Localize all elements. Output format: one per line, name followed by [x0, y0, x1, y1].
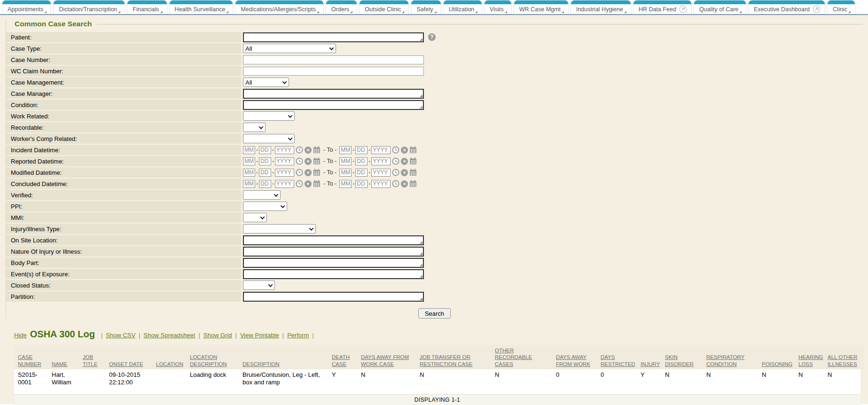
incident-to-day-input[interactable]	[355, 146, 368, 154]
partition-input[interactable]	[243, 292, 424, 302]
hide-link[interactable]: Hide	[14, 332, 27, 339]
ppi-select[interactable]	[243, 202, 287, 211]
patient-input[interactable]	[243, 32, 424, 42]
modified-from-day-input[interactable]	[259, 169, 271, 177]
clock-icon[interactable]	[392, 146, 399, 154]
calendar-icon[interactable]	[409, 146, 417, 154]
clock-icon[interactable]	[296, 157, 303, 165]
external-link-icon[interactable]	[813, 5, 821, 13]
modified-from-year-input[interactable]	[275, 169, 294, 177]
clock-icon[interactable]	[392, 169, 399, 176]
tab-visits[interactable]: Visits	[484, 0, 512, 14]
wc-claim-number-input[interactable]	[243, 67, 424, 76]
case-type-select[interactable]: All	[243, 44, 336, 53]
reported-to-month-input[interactable]	[339, 157, 352, 165]
calendar-icon[interactable]	[313, 146, 321, 154]
modified-to-month-input[interactable]	[339, 169, 352, 177]
column-header-location-description[interactable]: LOCATION DESCRIPTION	[186, 345, 239, 369]
column-header-skin-disorder[interactable]: SKIN DISORDER	[661, 345, 703, 369]
incident-from-month-input[interactable]	[243, 146, 255, 154]
incident-from-day-input[interactable]	[259, 146, 271, 154]
tab-utilization[interactable]: Utilization	[443, 0, 482, 14]
clock-icon[interactable]	[296, 169, 303, 176]
external-link-icon[interactable]	[679, 5, 687, 13]
concluded-from-month-input[interactable]	[243, 180, 255, 188]
tab-industrial-hygiene[interactable]: Industrial Hygiene	[571, 0, 631, 14]
concluded-from-day-input[interactable]	[259, 180, 271, 188]
calendar-icon[interactable]	[313, 169, 321, 176]
column-header-days-away-from-work-case[interactable]: DAYS AWAY FROM WORK CASE	[357, 345, 416, 369]
reported-to-year-input[interactable]	[371, 157, 391, 165]
body-part-input[interactable]	[243, 258, 424, 268]
tab-dictation-transcription[interactable]: Dictation/Transcription	[53, 0, 125, 14]
column-header-location[interactable]: LOCATION	[152, 345, 186, 369]
tab-financials[interactable]: Financials	[127, 0, 167, 14]
tab-health-surveillance[interactable]: Health Surveillance	[169, 0, 234, 14]
condition-input[interactable]	[243, 100, 424, 110]
clear-date-icon[interactable]: ×	[305, 147, 312, 154]
concluded-to-month-input[interactable]	[339, 180, 352, 188]
column-header-case-number[interactable]: CASE NUMBER	[14, 345, 48, 369]
tab-appointments[interactable]: Appointments	[2, 0, 51, 14]
case-number-input[interactable]	[243, 55, 424, 64]
column-header-job-transfer-or-restriction-case[interactable]: JOB TRANSFER OR RESTRICTION CASE	[416, 345, 491, 369]
perform-link[interactable]: Perform	[287, 332, 309, 339]
tab-clinic[interactable]: Clinic	[827, 0, 855, 14]
column-header-days-away-from-work[interactable]: DAYS AWAY FROM WORK	[552, 345, 597, 369]
closed-status-select[interactable]	[243, 280, 275, 290]
table-row[interactable]: S2015-0001 Hart, William 09-10-2015 22:1…	[14, 369, 864, 394]
tab-wr-case-mgmt[interactable]: WR Case Mgmt	[514, 0, 569, 14]
concluded-from-year-input[interactable]	[275, 180, 294, 188]
calendar-icon[interactable]	[409, 157, 417, 165]
incident-from-year-input[interactable]	[275, 146, 294, 154]
clear-date-icon[interactable]: ×	[401, 147, 408, 154]
reported-from-day-input[interactable]	[259, 157, 271, 165]
show-csv-link[interactable]: Show CSV	[106, 332, 135, 339]
clear-date-icon[interactable]: ×	[305, 169, 312, 176]
case-management-select[interactable]: All	[243, 78, 289, 87]
show-grid-link[interactable]: Show Grid	[203, 332, 232, 339]
tab-hr-data-feed[interactable]: HR Data Feed	[633, 0, 692, 14]
tab-outside-clinic[interactable]: Outside Clinic	[359, 0, 409, 14]
calendar-icon[interactable]	[313, 180, 321, 187]
clear-date-icon[interactable]: ×	[305, 158, 312, 165]
clear-date-icon[interactable]: ×	[401, 169, 408, 176]
nature-of-injury-input[interactable]	[243, 247, 424, 257]
column-header-description[interactable]: DESCRIPTION	[239, 345, 328, 369]
injury-illness-type-select[interactable]	[243, 224, 316, 234]
reported-from-year-input[interactable]	[275, 157, 294, 165]
clock-icon[interactable]	[296, 180, 303, 187]
mmi-select[interactable]	[243, 213, 267, 222]
recordable-select[interactable]	[243, 123, 266, 132]
work-related-select[interactable]	[243, 111, 295, 121]
column-header-all-other-illnesses[interactable]: ALL OTHER ILLNESSES	[824, 345, 864, 369]
column-header-respiratory-condition[interactable]: RESPIRATORY CONDITION	[703, 345, 758, 369]
column-header-name[interactable]: NAME	[48, 345, 79, 369]
modified-to-day-input[interactable]	[355, 169, 368, 177]
modified-from-month-input[interactable]	[243, 169, 255, 177]
calendar-icon[interactable]	[409, 169, 417, 176]
clear-date-icon[interactable]: ×	[401, 158, 408, 165]
calendar-icon[interactable]	[409, 180, 417, 187]
incident-to-month-input[interactable]	[339, 146, 352, 154]
concluded-to-day-input[interactable]	[355, 180, 368, 188]
tab-quality-of-care[interactable]: Quality of Care	[694, 0, 746, 14]
calendar-icon[interactable]	[313, 157, 321, 165]
events-of-exposure-input[interactable]	[243, 269, 424, 279]
column-header-other-recordable-cases[interactable]: OTHER RECORDABLE CASES	[491, 345, 552, 369]
on-site-location-input[interactable]	[243, 235, 424, 245]
column-header-poisoning[interactable]: POISONING	[758, 345, 795, 369]
tab-executive-dashboard[interactable]: Executive Dashboard	[748, 0, 825, 14]
clock-icon[interactable]	[392, 180, 399, 187]
tab-safety[interactable]: Safety	[411, 0, 441, 14]
column-header-onset-date[interactable]: ONSET DATE	[105, 345, 152, 369]
clear-date-icon[interactable]: ×	[401, 180, 408, 187]
show-spreadsheet-link[interactable]: Show Spreadsheet	[144, 332, 195, 339]
incident-to-year-input[interactable]	[371, 146, 391, 154]
reported-to-day-input[interactable]	[355, 157, 368, 165]
search-button[interactable]: Search	[418, 308, 451, 319]
clock-icon[interactable]	[296, 146, 303, 154]
modified-to-year-input[interactable]	[371, 169, 391, 177]
view-printable-link[interactable]: View Printable	[240, 332, 279, 339]
tab-orders[interactable]: Orders	[326, 0, 357, 14]
